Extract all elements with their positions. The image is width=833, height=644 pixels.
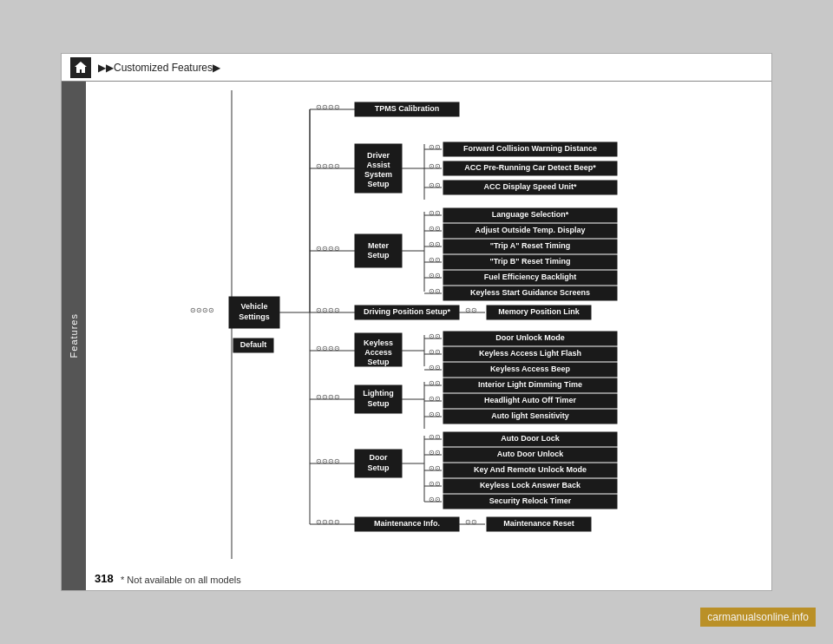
svg-text:⊙⊙: ⊙⊙ [429,496,441,503]
svg-text:System: System [364,170,392,179]
svg-rect-24 [443,142,617,156]
svg-rect-47 [443,224,617,238]
svg-text:Language Selection*: Language Selection* [492,210,569,219]
svg-text:⊙⊙: ⊙⊙ [429,143,441,151]
svg-text:⊙⊙⊙⊙: ⊙⊙⊙⊙ [316,393,340,401]
svg-text:⊙⊙: ⊙⊙ [429,287,441,295]
svg-rect-51 [443,240,617,253]
svg-text:⊙⊙⊙⊙: ⊙⊙⊙⊙ [190,306,214,314]
page-number: 318 [95,572,114,585]
svg-text:Assist: Assist [366,161,390,169]
svg-rect-55 [443,255,617,269]
side-tab-label: Features [69,313,79,358]
svg-text:Setup: Setup [367,399,390,408]
svg-text:⊙⊙⊙⊙: ⊙⊙⊙⊙ [316,306,340,314]
svg-text:Fuel Efficiency Backlight: Fuel Efficiency Backlight [484,273,577,281]
svg-rect-83 [443,332,617,345]
svg-rect-43 [443,208,617,222]
svg-text:Keyless Start Guidance Screens: Keyless Start Guidance Screens [470,288,590,297]
svg-text:Key And Remote Unlock Mode: Key And Remote Unlock Mode [474,465,587,474]
svg-rect-15 [355,144,402,193]
top-bar: ▶▶Customized Features▶ [62,54,771,82]
svg-text:Keyless: Keyless [364,338,393,347]
svg-text:Auto light Sensitivity: Auto light Sensitivity [491,411,569,420]
svg-text:⊙⊙: ⊙⊙ [429,433,441,441]
svg-text:⊙⊙: ⊙⊙ [429,256,441,264]
svg-text:⊙⊙⊙⊙: ⊙⊙⊙⊙ [316,103,340,111]
svg-text:⊙⊙: ⊙⊙ [429,348,441,356]
svg-text:⊙⊙: ⊙⊙ [429,411,441,418]
svg-rect-114 [355,450,402,477]
svg-rect-71 [487,306,591,319]
svg-text:Keyless Access Light Flash: Keyless Access Light Flash [479,349,581,358]
svg-rect-87 [443,347,617,361]
svg-text:⊙⊙: ⊙⊙ [429,181,441,189]
svg-rect-137 [443,495,617,509]
svg-text:Default: Default [240,340,267,349]
svg-text:Setup: Setup [367,463,390,472]
svg-text:⊙⊙: ⊙⊙ [465,306,477,314]
svg-text:Adjust Outside Temp. Display: Adjust Outside Temp. Display [476,226,586,234]
svg-text:Driving Position Setup*: Driving Position Setup* [364,307,451,316]
svg-rect-91 [443,363,617,377]
svg-rect-125 [443,448,617,462]
svg-text:TPMS Calibration: TPMS Calibration [375,104,440,113]
svg-rect-106 [443,394,617,408]
svg-text:Lighting: Lighting [363,389,394,398]
svg-text:Driver: Driver [367,151,390,160]
svg-text:⊙⊙: ⊙⊙ [429,464,441,472]
content-area: Features .lbl { font-family: Arial, sans… [62,82,771,590]
svg-text:Door: Door [370,453,388,462]
svg-rect-110 [443,410,617,424]
svg-text:⊙⊙: ⊙⊙ [429,332,441,340]
svg-text:⊙⊙: ⊙⊙ [429,364,441,371]
svg-rect-75 [355,333,402,366]
watermark: carmanualsonline.info [700,608,816,627]
svg-text:⊙⊙⊙⊙: ⊙⊙⊙⊙ [316,162,340,170]
svg-rect-95 [355,385,402,413]
svg-text:Keyless Access Beep: Keyless Access Beep [490,365,571,373]
svg-text:Maintenance Reset: Maintenance Reset [503,519,574,528]
svg-rect-36 [355,234,402,267]
svg-text:⊙⊙: ⊙⊙ [429,480,441,488]
svg-text:⊙⊙: ⊙⊙ [429,240,441,248]
svg-text:⊙⊙: ⊙⊙ [429,272,441,279]
svg-text:Headlight Auto Off Timer: Headlight Auto Off Timer [484,396,576,404]
svg-rect-11 [355,102,459,116]
svg-rect-63 [443,286,617,300]
svg-text:Auto Door Lock: Auto Door Lock [501,434,560,443]
svg-rect-59 [443,271,617,285]
svg-rect-145 [487,517,591,531]
svg-rect-102 [443,378,617,392]
svg-text:⊙⊙: ⊙⊙ [429,449,441,457]
svg-text:Access: Access [364,348,392,357]
svg-text:Door Unlock Mode: Door Unlock Mode [495,333,565,342]
breadcrumb: ▶▶Customized Features▶ [98,62,220,74]
svg-rect-67 [355,306,459,319]
svg-text:⊙⊙: ⊙⊙ [429,379,441,387]
svg-text:⊙⊙: ⊙⊙ [429,395,441,403]
svg-rect-129 [443,463,617,477]
svg-text:⊙⊙⊙⊙: ⊙⊙⊙⊙ [316,345,340,352]
svg-text:Settings: Settings [239,312,270,321]
svg-text:Memory Position Link: Memory Position Link [498,307,580,316]
svg-text:Setup: Setup [367,251,390,260]
side-tab: Features [62,82,86,590]
svg-rect-1 [229,297,279,328]
svg-text:⊙⊙: ⊙⊙ [465,518,477,526]
svg-rect-133 [443,479,617,493]
svg-text:⊙⊙⊙⊙: ⊙⊙⊙⊙ [316,518,340,526]
svg-text:Setup: Setup [367,358,390,366]
home-icon [70,57,91,78]
svg-text:Security Relock Timer: Security Relock Timer [489,496,572,505]
svg-text:ACC Display Speed Unit*: ACC Display Speed Unit* [483,182,577,191]
svg-text:Meter: Meter [368,241,390,250]
svg-text:⊙⊙: ⊙⊙ [429,225,441,233]
svg-text:⊙⊙⊙⊙: ⊙⊙⊙⊙ [316,457,340,465]
svg-text:⊙⊙: ⊙⊙ [429,162,441,170]
svg-rect-141 [355,517,459,531]
svg-rect-121 [443,432,617,446]
diagram-svg: .lbl { font-family: Arial, sans-serif; f… [86,82,771,568]
svg-text:ACC Pre-Running Car Detect Bee: ACC Pre-Running Car Detect Beep* [464,163,596,172]
svg-text:Setup: Setup [367,180,390,188]
